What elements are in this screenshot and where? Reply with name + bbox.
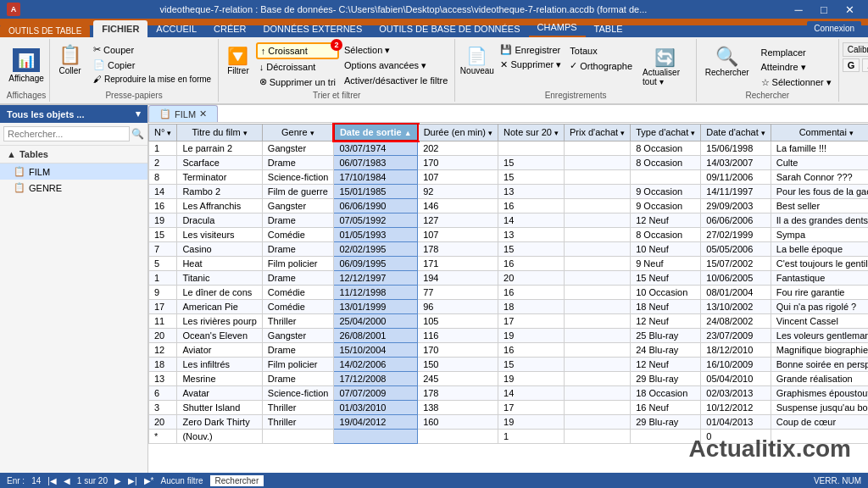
- table-cell[interactable]: 02/03/2013: [701, 386, 771, 401]
- table-cell[interactable]: 25/04/2000: [334, 314, 418, 329]
- tab-close-icon[interactable]: ✕: [199, 108, 207, 119]
- table-cell-new[interactable]: [564, 430, 630, 444]
- table-cell[interactable]: 17/10/1984: [334, 170, 418, 185]
- table-cell[interactable]: [564, 415, 630, 430]
- table-cell[interactable]: 20: [498, 271, 565, 286]
- table-cell[interactable]: Le dîner de cons: [177, 286, 262, 300]
- nav-pane-options[interactable]: ▾: [136, 108, 141, 119]
- table-cell[interactable]: Film policier: [262, 257, 334, 271]
- table-cell[interactable]: 12 Neuf: [631, 314, 701, 329]
- table-cell[interactable]: 171: [418, 257, 498, 271]
- table-cell[interactable]: [564, 156, 630, 170]
- table-cell-new[interactable]: [631, 430, 701, 444]
- status-nav-first[interactable]: |◀: [47, 476, 57, 485]
- table-cell[interactable]: Culte: [771, 156, 868, 170]
- table-cell[interactable]: 15: [498, 170, 565, 185]
- table-cell[interactable]: 15/01/1985: [334, 185, 418, 199]
- table-cell[interactable]: 8 Occasion: [631, 141, 701, 156]
- tab-donnees-externes[interactable]: DONNÉES EXTERNES: [255, 20, 371, 37]
- table-cell[interactable]: 24 Blu-ray: [631, 343, 701, 358]
- table-cell[interactable]: Sarah Connor ???: [771, 170, 868, 185]
- table-cell[interactable]: Pour les fous de la gach: [771, 185, 868, 199]
- table-cell[interactable]: 14/03/2007: [701, 156, 771, 170]
- table-row[interactable]: 17American PieComédie13/01/1999961818 Ne…: [149, 300, 869, 314]
- nav-tables-arrow[interactable]: ▲: [7, 149, 16, 159]
- filtrer-button[interactable]: 🔽 Filtrer: [222, 42, 254, 79]
- table-cell[interactable]: 19: [498, 372, 565, 386]
- totaux-button[interactable]: Totaux: [566, 44, 636, 58]
- table-cell[interactable]: 92: [418, 185, 498, 199]
- table-cell[interactable]: 9: [149, 286, 177, 300]
- table-row[interactable]: 3Shutter IslandThriller01/03/20101381716…: [149, 401, 869, 415]
- table-cell[interactable]: 20: [149, 415, 177, 430]
- affichage-button[interactable]: 📊 Affichage: [3, 45, 49, 86]
- table-cell[interactable]: Gangster: [262, 199, 334, 214]
- table-cell[interactable]: Drame: [262, 214, 334, 228]
- table-cell[interactable]: 9 Occasion: [631, 199, 701, 214]
- table-cell[interactable]: Vincent Cassel: [771, 314, 868, 329]
- table-cell[interactable]: 19: [498, 329, 565, 343]
- table-cell[interactable]: 146: [418, 199, 498, 214]
- table-row[interactable]: 5HeatFilm policier06/09/1995171169 Neuf1…: [149, 257, 869, 271]
- table-cell[interactable]: 02/02/1995: [334, 242, 418, 257]
- table-cell[interactable]: 25 Blu-ray: [631, 329, 701, 343]
- table-cell[interactable]: 178: [418, 242, 498, 257]
- table-cell[interactable]: Il a des grandes dents l: [771, 214, 868, 228]
- table-cell[interactable]: 170: [418, 343, 498, 358]
- table-row[interactable]: 12AviatorDrame15/10/20041701624 Blu-ray1…: [149, 343, 869, 358]
- table-row[interactable]: 1TitanicDrame12/12/19971942015 Neuf10/06…: [149, 271, 869, 286]
- table-cell[interactable]: 05/04/2010: [701, 372, 771, 386]
- table-cell[interactable]: C'est toujours le gentil: [771, 257, 868, 271]
- copier-button[interactable]: 📄 Copier: [90, 58, 214, 72]
- table-cell[interactable]: 15 Neuf: [631, 271, 701, 286]
- table-row[interactable]: 16Les AffranchisGangster06/06/1990146169…: [149, 199, 869, 214]
- table-cell[interactable]: Le parrain 2: [177, 141, 262, 156]
- table-cell[interactable]: 06/09/1995: [334, 257, 418, 271]
- table-row[interactable]: 11Les rivières pourpThriller25/04/200010…: [149, 314, 869, 329]
- table-cell[interactable]: 150: [418, 358, 498, 372]
- table-cell[interactable]: Heat: [177, 257, 262, 271]
- tab-fichier[interactable]: FICHIER: [93, 20, 147, 37]
- table-cell[interactable]: 5: [149, 257, 177, 271]
- table-cell-new[interactable]: 1: [498, 430, 565, 444]
- close-button[interactable]: ✕: [837, 1, 861, 18]
- table-cell[interactable]: 16: [149, 199, 177, 214]
- selectionner-button[interactable]: ☆ Sélectionner ▾: [758, 75, 835, 90]
- col-header-titre[interactable]: Titre du film ▾: [177, 124, 262, 141]
- table-cell[interactable]: 16: [498, 257, 565, 271]
- table-cell[interactable]: 12/12/1997: [334, 271, 418, 286]
- table-cell[interactable]: American Pie: [177, 300, 262, 314]
- table-cell[interactable]: [564, 329, 630, 343]
- table-cell[interactable]: 18 Neuf: [631, 300, 701, 314]
- table-cell[interactable]: 1: [149, 141, 177, 156]
- table-cell[interactable]: 96: [418, 300, 498, 314]
- table-cell[interactable]: 12 Neuf: [631, 214, 701, 228]
- minimize-button[interactable]: ─: [787, 1, 810, 18]
- table-cell[interactable]: La famille !!!: [771, 141, 868, 156]
- table-cell[interactable]: Les rivières pourp: [177, 314, 262, 329]
- table-cell[interactable]: Sympa: [771, 228, 868, 242]
- table-cell[interactable]: 23/07/2009: [701, 329, 771, 343]
- tab-creer[interactable]: CRÉER: [205, 20, 255, 37]
- table-cell[interactable]: 17: [149, 300, 177, 314]
- table-cell[interactable]: [498, 141, 565, 156]
- table-cell[interactable]: Magnifique biographie: [771, 343, 868, 358]
- table-cell[interactable]: 13: [498, 228, 565, 242]
- table-cell[interactable]: Drame: [262, 372, 334, 386]
- table-cell[interactable]: 14/11/1997: [701, 185, 771, 199]
- table-cell[interactable]: Shutter Island: [177, 401, 262, 415]
- table-cell[interactable]: 18/12/2010: [701, 343, 771, 358]
- col-header-prix[interactable]: Prix d'achat ▾: [564, 124, 630, 141]
- table-cell-new[interactable]: [771, 430, 868, 444]
- table-cell[interactable]: 8: [149, 170, 177, 185]
- table-cell[interactable]: 15: [498, 242, 565, 257]
- table-cell[interactable]: 138: [418, 401, 498, 415]
- table-cell[interactable]: 13: [498, 185, 565, 199]
- table-row[interactable]: 18Les infiltrésFilm policier14/02/200615…: [149, 358, 869, 372]
- table-row[interactable]: 9Le dîner de consComédie11/12/1998771610…: [149, 286, 869, 300]
- table-cell[interactable]: [564, 141, 630, 156]
- col-header-genre[interactable]: Genre ▾: [262, 124, 334, 141]
- decroissant-button[interactable]: ↓ Décroissant: [256, 60, 339, 74]
- table-cell[interactable]: Drame: [262, 242, 334, 257]
- croissant-button[interactable]: ↑ Croissant 2: [256, 42, 339, 59]
